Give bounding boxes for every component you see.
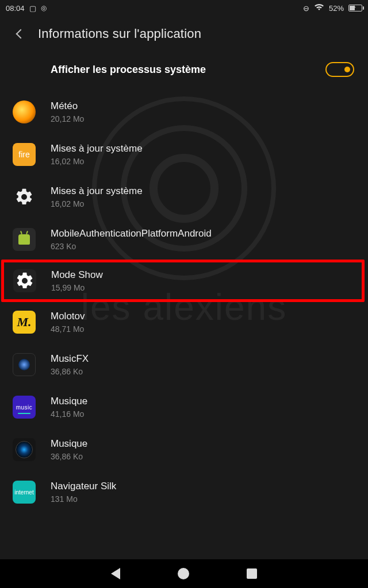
app-item-size: 36,86 Ko: [51, 367, 89, 376]
app-item-size: 15,99 Mo: [51, 283, 103, 292]
system-processes-toggle[interactable]: [325, 62, 354, 77]
nav-recents-button[interactable]: [247, 568, 257, 579]
page-title: Informations sur l'application: [38, 26, 201, 41]
musicfx-app-icon: [13, 353, 36, 376]
app-item-size: 131 Mo: [51, 494, 116, 504]
app-item-text: Musique41,16 Mo: [51, 396, 87, 419]
app-item-text: Mises à jour système16,02 Mo: [51, 143, 143, 166]
app-item-size: 20,12 Mo: [51, 114, 84, 123]
chevron-left-icon: [16, 29, 26, 39]
app-item[interactable]: musicMusique41,16 Mo: [0, 386, 368, 428]
app-item[interactable]: fireMises à jour système16,02 Mo: [0, 133, 368, 176]
app-item-text: Météo20,12 Mo: [51, 100, 84, 123]
speaker-app-icon: [13, 438, 36, 461]
app-item-name: Navigateur Silk: [51, 481, 116, 492]
app-item-name: Mode Show: [51, 269, 103, 281]
instagram-icon: ◎: [41, 4, 47, 12]
app-item-name: Musique: [51, 438, 87, 450]
app-item-name: MusicFX: [51, 353, 89, 365]
nav-home-button[interactable]: [178, 568, 189, 579]
app-item-size: 16,02 Mo: [51, 199, 143, 208]
app-item[interactable]: M.Molotov48,71 Mo: [0, 301, 368, 343]
gear-icon: [13, 269, 36, 292]
app-item-name: Météo: [51, 100, 84, 112]
app-item-text: MusicFX36,86 Ko: [51, 353, 89, 376]
app-item-text: MobileAuthenticationPlatformAndroid623 K…: [51, 228, 212, 251]
app-item-text: Mises à jour système16,02 Mo: [51, 185, 143, 208]
app-item-size: 623 Ko: [51, 242, 212, 251]
silk-app-icon: internet: [13, 481, 36, 504]
fire-app-icon: fire: [13, 143, 36, 166]
app-item-name: Mises à jour système: [51, 143, 143, 154]
app-item-text: Molotov48,71 Mo: [51, 311, 85, 334]
app-item-size: 36,86 Ko: [51, 452, 87, 461]
app-item[interactable]: MobileAuthenticationPlatformAndroid623 K…: [0, 218, 368, 261]
android-icon: [13, 228, 36, 251]
nav-back-button[interactable]: [111, 568, 120, 579]
molotov-app-icon: M.: [13, 311, 36, 334]
wifi-icon: [314, 3, 324, 13]
app-list: Météo20,12 MofireMises à jour système16,…: [0, 91, 368, 513]
navigation-bar: [0, 559, 368, 588]
system-processes-label: Afficher les processus système: [51, 64, 206, 76]
app-item[interactable]: MusicFX36,86 Ko: [0, 343, 368, 386]
page-header: Informations sur l'application: [0, 16, 368, 54]
battery-icon: +: [348, 5, 362, 11]
app-item[interactable]: Mode Show15,99 Mo: [1, 260, 365, 302]
battery-percent: 52%: [329, 4, 344, 13]
app-item-size: 48,71 Mo: [51, 324, 85, 334]
app-item-text: Musique36,86 Ko: [51, 438, 87, 461]
app-item-name: Molotov: [51, 311, 85, 322]
status-time: 08:04: [6, 4, 25, 13]
gear-icon: [13, 185, 36, 208]
app-item-name: Mises à jour système: [51, 185, 143, 197]
app-item-size: 16,02 Mo: [51, 157, 143, 166]
gallery-icon: ▢: [29, 4, 36, 13]
system-processes-row: Afficher les processus système: [0, 54, 368, 91]
app-item-name: Musique: [51, 396, 87, 407]
app-item[interactable]: Musique36,86 Ko: [0, 428, 368, 471]
app-item-size: 41,16 Mo: [51, 409, 87, 419]
weather-icon: [13, 100, 36, 123]
app-item-text: Mode Show15,99 Mo: [51, 269, 103, 292]
dnd-icon: ⊖: [303, 4, 309, 13]
back-button[interactable]: [12, 30, 24, 37]
app-item[interactable]: Météo20,12 Mo: [0, 91, 368, 133]
app-item[interactable]: Mises à jour système16,02 Mo: [0, 176, 368, 218]
app-item-text: Navigateur Silk131 Mo: [51, 481, 116, 504]
app-item[interactable]: internetNavigateur Silk131 Mo: [0, 471, 368, 513]
music-app-icon: music: [13, 396, 36, 419]
app-item-name: MobileAuthenticationPlatformAndroid: [51, 228, 212, 239]
status-bar: 08:04 ▢ ◎ ⊖ 52% +: [0, 0, 368, 16]
